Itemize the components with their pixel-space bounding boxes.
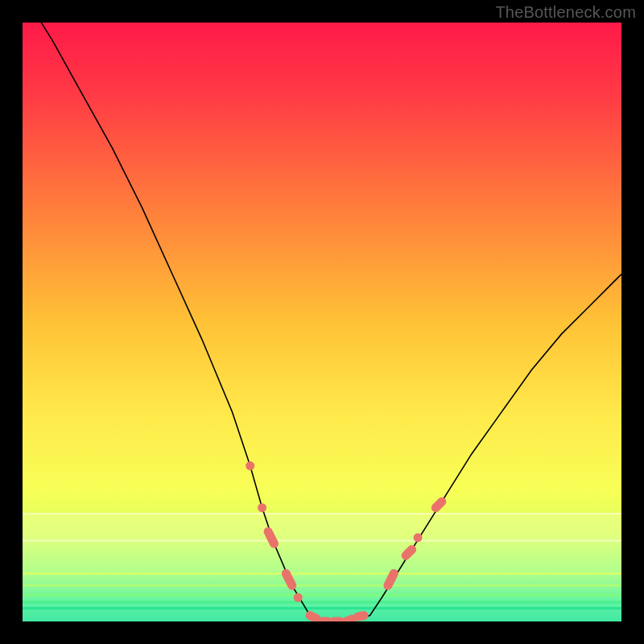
curve-marker-capsule (436, 502, 441, 507)
curve-marker-capsule (388, 573, 394, 585)
chart-plot-area (23, 23, 621, 621)
curve-marker-capsule (268, 531, 274, 543)
curve-marker (258, 503, 266, 512)
svg-rect-0 (23, 514, 621, 621)
curve-marker-capsule (406, 550, 411, 555)
curve-marker (414, 533, 423, 542)
curve-marker (246, 461, 254, 470)
chart-frame: TheBottleneck.com (0, 0, 644, 644)
curve-marker-capsule (310, 616, 316, 619)
curve-marker-capsule (346, 619, 352, 621)
chart-svg (23, 23, 621, 621)
threshold-band (23, 514, 621, 621)
curve-marker-capsule (286, 573, 291, 585)
curve-marker-capsule (358, 616, 364, 617)
curve-marker (294, 593, 303, 602)
watermark-text: TheBottleneck.com (495, 3, 636, 22)
